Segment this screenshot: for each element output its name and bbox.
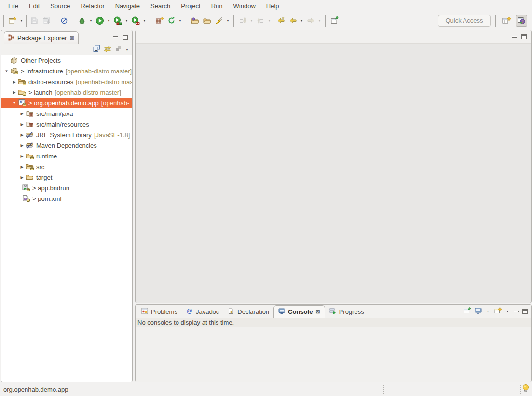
expander-icon[interactable]: ▶: [18, 112, 26, 116]
tree-item-distro-resources[interactable]: ▶ distro-resources [openhab-distro maste…: [1, 76, 132, 87]
java-perspective-icon[interactable]: [516, 15, 527, 27]
tree-item-launch[interactable]: ▶ > launch [openhab-distro master]: [1, 87, 132, 98]
tree-item-maven-dependencies[interactable]: ▶ Maven Dependencies: [1, 140, 132, 151]
git-decoration: [openhab-: [101, 99, 130, 107]
menu-refactor[interactable]: Refactor: [76, 0, 110, 12]
coverage-icon[interactable]: [112, 15, 123, 27]
tab-javadoc[interactable]: @ Javadoc: [182, 306, 223, 318]
tab-progress[interactable]: Progress: [325, 306, 368, 318]
menu-file[interactable]: File: [3, 0, 24, 12]
toolbar-separator: [495, 15, 496, 27]
coverage-dropdown[interactable]: ▼: [124, 19, 129, 22]
maximize-icon[interactable]: [521, 34, 527, 39]
collapse-all-icon[interactable]: [93, 45, 100, 54]
tree-item-src[interactable]: ▶ src: [1, 161, 132, 172]
forward-dropdown: ▼: [317, 19, 322, 22]
quick-access-button[interactable]: Quick Access: [438, 15, 491, 27]
skip-all-breakpoints-icon[interactable]: [58, 15, 70, 27]
tab-package-explorer[interactable]: Package Explorer ⊠: [4, 31, 79, 44]
expander-icon[interactable]: ▶: [18, 122, 26, 127]
minimize-icon[interactable]: [113, 36, 118, 38]
expander-icon[interactable]: ▼: [3, 69, 10, 73]
expander-icon[interactable]: ▶: [11, 80, 18, 84]
tree-item-jre-system-library[interactable]: ▶ JRE System Library [JavaSE-1.8]: [1, 129, 132, 140]
run-dropdown[interactable]: ▼: [106, 19, 111, 22]
profile-icon[interactable]: [130, 15, 141, 27]
tab-declaration[interactable]: Declaration: [223, 306, 273, 318]
open-console-dropdown[interactable]: ▼: [505, 310, 510, 313]
menu-project[interactable]: Project: [176, 0, 205, 12]
tree-item-src-main-resources[interactable]: ▶ src/main/resources: [1, 119, 132, 129]
xml-file-icon: M: [22, 195, 30, 202]
menu-source[interactable]: Source: [45, 0, 75, 12]
tree-item-org-openhab-demo-app[interactable]: ▼ MJ > org.openhab.demo.app [openhab-: [1, 98, 132, 108]
debug-dropdown[interactable]: ▼: [88, 19, 94, 22]
pin-editor-icon[interactable]: [328, 15, 340, 27]
folder-icon: [26, 152, 34, 160]
mark-occurrences-icon[interactable]: [213, 15, 225, 27]
back-icon[interactable]: [287, 15, 299, 27]
status-bar: org.openhab.demo.app: [0, 382, 532, 396]
display-selected-console-icon[interactable]: [475, 307, 482, 316]
new-wizard-dropdown[interactable]: ▼: [19, 19, 24, 22]
menu-search[interactable]: Search: [145, 0, 176, 12]
tab-problems[interactable]: Problems: [137, 306, 182, 318]
expander-icon[interactable]: ▼: [11, 101, 18, 105]
mark-occurrences-dropdown[interactable]: ▼: [225, 19, 231, 22]
lightbulb-icon[interactable]: [522, 384, 529, 395]
tree-item-runtime[interactable]: ▶ runtime: [1, 151, 132, 161]
menu-run[interactable]: Run: [206, 0, 228, 12]
tree-item-infrastructure[interactable]: ▼ > Infrastructure [openhab-distro maste…: [1, 66, 132, 76]
last-edit-location-icon[interactable]: [275, 15, 286, 27]
eclipse-window: File Edit Source Refactor Navigate Searc…: [0, 0, 532, 396]
refresh-icon[interactable]: [165, 15, 177, 27]
status-selection-text: org.openhab.demo.app: [3, 386, 68, 393]
library-icon: [26, 131, 34, 139]
back-dropdown[interactable]: ▼: [299, 19, 304, 22]
maximize-icon[interactable]: [522, 309, 528, 314]
new-wizard-icon[interactable]: [7, 15, 18, 27]
menu-window[interactable]: Window: [228, 0, 261, 12]
minimize-icon[interactable]: [512, 36, 517, 38]
expander-icon[interactable]: ▶: [18, 154, 26, 158]
next-annotation-dropdown: ▼: [249, 19, 254, 22]
new-java-project-icon[interactable]: [153, 15, 165, 27]
tree-item-target[interactable]: ▶ target: [1, 172, 132, 183]
tree-item-label: src/main/resources: [36, 121, 89, 128]
open-console-icon[interactable]: [494, 307, 502, 316]
maximize-icon[interactable]: [123, 35, 128, 40]
open-type-icon[interactable]: [189, 15, 201, 27]
link-with-editor-icon[interactable]: [104, 45, 111, 54]
menu-help[interactable]: Help: [261, 0, 285, 12]
tree-item-src-main-java[interactable]: ▶ src/main/java: [1, 108, 132, 119]
svg-text:M: M: [24, 197, 27, 200]
close-icon[interactable]: ⊠: [70, 35, 74, 41]
toolbar-separator: [186, 15, 186, 27]
expander-icon[interactable]: ▶: [18, 175, 26, 180]
package-explorer-header: Package Explorer ⊠ ▼: [1, 30, 132, 55]
view-menu-icon[interactable]: ▼: [125, 48, 129, 51]
tree-item-label: Other Projects: [21, 57, 61, 64]
menu-navigate[interactable]: Navigate: [110, 0, 145, 12]
run-icon[interactable]: [94, 15, 106, 27]
tab-console[interactable]: Console ⊠: [273, 305, 325, 318]
refresh-dropdown[interactable]: ▼: [177, 19, 183, 22]
jre-decoration: [JavaSE-1.8]: [94, 131, 130, 139]
minimize-icon[interactable]: [514, 311, 519, 312]
expander-icon[interactable]: ▶: [18, 143, 26, 148]
tree-item-other-projects[interactable]: Other Projects: [1, 55, 132, 66]
expander-icon[interactable]: ▶: [18, 133, 26, 137]
status-separator: [520, 385, 521, 394]
tree-item-app-bndrun[interactable]: > app.bndrun: [1, 183, 132, 193]
tree-item-pom-xml[interactable]: M > pom.xml: [1, 193, 132, 204]
open-resource-icon[interactable]: [201, 15, 213, 27]
profile-dropdown[interactable]: ▼: [142, 19, 147, 22]
menu-edit[interactable]: Edit: [24, 0, 45, 12]
expander-icon[interactable]: ▶: [11, 90, 18, 95]
tab-label: Declaration: [237, 308, 269, 315]
open-perspective-icon[interactable]: [501, 15, 512, 27]
pin-console-icon[interactable]: [464, 307, 471, 316]
debug-icon[interactable]: [76, 15, 88, 27]
expander-icon[interactable]: ▶: [18, 165, 26, 169]
close-icon[interactable]: ⊠: [315, 309, 320, 315]
